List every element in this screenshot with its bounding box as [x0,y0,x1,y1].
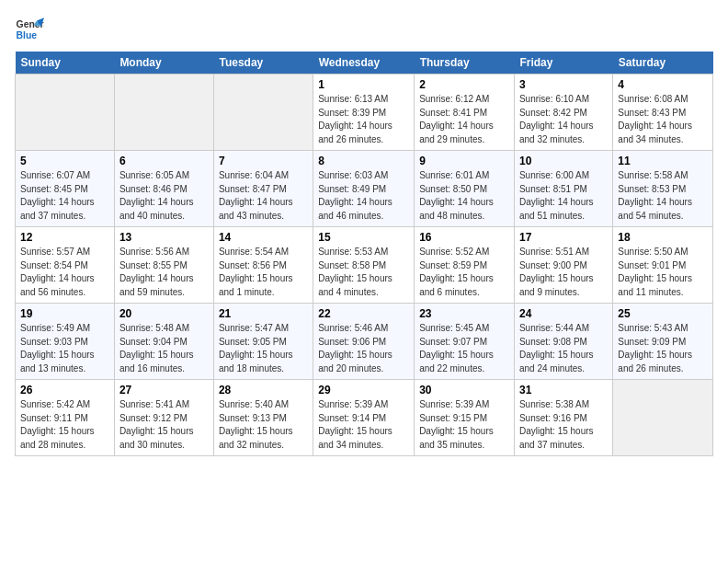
day-info: Sunrise: 5:47 AMSunset: 9:05 PMDaylight:… [219,322,308,375]
day-info: Sunrise: 5:54 AMSunset: 8:56 PMDaylight:… [219,246,308,299]
day-info: Sunrise: 5:58 AMSunset: 8:53 PMDaylight:… [618,169,708,223]
calendar-cell [213,75,313,151]
calendar-cell: 19Sunrise: 5:49 AMSunset: 9:03 PMDayligh… [16,304,115,380]
calendar-cell: 27Sunrise: 5:41 AMSunset: 9:12 PMDayligh… [114,380,213,456]
logo-icon: General Blue [15,15,44,44]
calendar-cell: 29Sunrise: 5:39 AMSunset: 9:14 PMDayligh… [313,380,415,456]
day-number: 14 [219,231,308,244]
day-number: 6 [119,155,209,167]
calendar-cell: 2Sunrise: 6:12 AMSunset: 8:41 PMDaylight… [415,75,515,151]
day-number: 29 [318,384,409,396]
day-info: Sunrise: 5:50 AMSunset: 9:01 PMDaylight:… [618,246,708,299]
day-number: 1 [318,78,409,91]
weekday-header-saturday: Saturday [613,52,713,75]
weekday-header-friday: Friday [514,52,612,75]
calendar-week-2: 5Sunrise: 6:07 AMSunset: 8:45 PMDaylight… [16,151,713,227]
calendar-cell: 14Sunrise: 5:54 AMSunset: 8:56 PMDayligh… [213,227,313,304]
day-number: 11 [618,155,708,167]
svg-text:Blue: Blue [17,30,38,40]
day-info: Sunrise: 6:08 AMSunset: 8:43 PMDaylight:… [618,93,708,146]
calendar-cell: 4Sunrise: 6:08 AMSunset: 8:43 PMDaylight… [613,75,713,151]
day-number: 27 [119,384,209,396]
calendar-cell: 3Sunrise: 6:10 AMSunset: 8:42 PMDaylight… [514,75,612,151]
day-number: 2 [419,78,509,91]
weekday-header-wednesday: Wednesday [313,52,415,75]
calendar-cell: 6Sunrise: 6:05 AMSunset: 8:46 PMDaylight… [114,151,213,227]
calendar-cell: 10Sunrise: 6:00 AMSunset: 8:51 PMDayligh… [514,151,612,227]
day-number: 19 [20,307,109,320]
calendar-cell: 7Sunrise: 6:04 AMSunset: 8:47 PMDaylight… [213,151,313,227]
day-number: 10 [519,155,608,167]
calendar-cell: 20Sunrise: 5:48 AMSunset: 9:04 PMDayligh… [114,304,213,380]
calendar-cell: 17Sunrise: 5:51 AMSunset: 9:00 PMDayligh… [514,227,612,304]
calendar-cell: 18Sunrise: 5:50 AMSunset: 9:01 PMDayligh… [613,227,713,304]
calendar-week-1: 1Sunrise: 6:13 AMSunset: 8:39 PMDaylight… [16,75,713,151]
day-info: Sunrise: 5:41 AMSunset: 9:12 PMDaylight:… [119,398,209,452]
day-number: 24 [519,307,608,320]
calendar-cell: 8Sunrise: 6:03 AMSunset: 8:49 PMDaylight… [313,151,415,227]
day-info: Sunrise: 5:57 AMSunset: 8:54 PMDaylight:… [20,246,109,299]
calendar-week-4: 19Sunrise: 5:49 AMSunset: 9:03 PMDayligh… [16,304,713,380]
day-info: Sunrise: 5:56 AMSunset: 8:55 PMDaylight:… [119,246,209,299]
calendar-cell: 12Sunrise: 5:57 AMSunset: 8:54 PMDayligh… [16,227,115,304]
weekday-header-tuesday: Tuesday [213,52,313,75]
day-info: Sunrise: 6:07 AMSunset: 8:45 PMDaylight:… [20,169,109,223]
calendar-cell: 21Sunrise: 5:47 AMSunset: 9:05 PMDayligh… [213,304,313,380]
day-info: Sunrise: 5:38 AMSunset: 9:16 PMDaylight:… [519,398,608,452]
day-number: 17 [519,231,608,244]
day-info: Sunrise: 6:12 AMSunset: 8:41 PMDaylight:… [419,93,509,146]
day-number: 21 [219,307,308,320]
calendar-cell: 28Sunrise: 5:40 AMSunset: 9:13 PMDayligh… [213,380,313,456]
calendar-cell: 26Sunrise: 5:42 AMSunset: 9:11 PMDayligh… [16,380,115,456]
calendar-cell: 13Sunrise: 5:56 AMSunset: 8:55 PMDayligh… [114,227,213,304]
day-info: Sunrise: 5:39 AMSunset: 9:15 PMDaylight:… [419,398,509,452]
page-header: General Blue [15,15,713,44]
calendar-cell: 15Sunrise: 5:53 AMSunset: 8:58 PMDayligh… [313,227,415,304]
day-number: 31 [519,384,608,396]
day-number: 20 [119,307,209,320]
calendar-cell: 22Sunrise: 5:46 AMSunset: 9:06 PMDayligh… [313,304,415,380]
weekday-header-thursday: Thursday [415,52,515,75]
day-number: 12 [20,231,109,244]
day-info: Sunrise: 6:00 AMSunset: 8:51 PMDaylight:… [519,169,608,223]
calendar-cell [114,75,213,151]
calendar-cell: 1Sunrise: 6:13 AMSunset: 8:39 PMDaylight… [313,75,415,151]
day-info: Sunrise: 6:10 AMSunset: 8:42 PMDaylight:… [519,93,608,146]
day-number: 4 [618,78,708,91]
day-info: Sunrise: 5:46 AMSunset: 9:06 PMDaylight:… [318,322,409,375]
calendar-cell: 5Sunrise: 6:07 AMSunset: 8:45 PMDaylight… [16,151,115,227]
day-info: Sunrise: 6:03 AMSunset: 8:49 PMDaylight:… [318,169,409,223]
calendar-cell: 24Sunrise: 5:44 AMSunset: 9:08 PMDayligh… [514,304,612,380]
calendar-week-5: 26Sunrise: 5:42 AMSunset: 9:11 PMDayligh… [16,380,713,456]
day-info: Sunrise: 5:45 AMSunset: 9:07 PMDaylight:… [419,322,509,375]
day-number: 9 [419,155,509,167]
calendar-cell: 30Sunrise: 5:39 AMSunset: 9:15 PMDayligh… [415,380,515,456]
day-info: Sunrise: 5:52 AMSunset: 8:59 PMDaylight:… [419,246,509,299]
day-info: Sunrise: 5:43 AMSunset: 9:09 PMDaylight:… [618,322,708,375]
day-info: Sunrise: 6:05 AMSunset: 8:46 PMDaylight:… [119,169,209,223]
day-number: 18 [618,231,708,244]
logo: General Blue [15,15,40,44]
day-number: 7 [219,155,308,167]
day-number: 15 [318,231,409,244]
day-number: 25 [618,307,708,320]
calendar-cell [16,75,115,151]
calendar-cell: 11Sunrise: 5:58 AMSunset: 8:53 PMDayligh… [613,151,713,227]
day-number: 8 [318,155,409,167]
day-info: Sunrise: 5:53 AMSunset: 8:58 PMDaylight:… [318,246,409,299]
calendar-table: SundayMondayTuesdayWednesdayThursdayFrid… [15,52,713,456]
day-number: 22 [318,307,409,320]
day-info: Sunrise: 6:04 AMSunset: 8:47 PMDaylight:… [219,169,308,223]
day-number: 13 [119,231,209,244]
calendar-cell: 25Sunrise: 5:43 AMSunset: 9:09 PMDayligh… [613,304,713,380]
weekday-header-monday: Monday [114,52,213,75]
day-info: Sunrise: 5:49 AMSunset: 9:03 PMDaylight:… [20,322,109,375]
day-info: Sunrise: 5:48 AMSunset: 9:04 PMDaylight:… [119,322,209,375]
calendar-week-3: 12Sunrise: 5:57 AMSunset: 8:54 PMDayligh… [16,227,713,304]
weekday-header-sunday: Sunday [16,52,115,75]
calendar-cell: 9Sunrise: 6:01 AMSunset: 8:50 PMDaylight… [415,151,515,227]
calendar-cell [613,380,713,456]
day-info: Sunrise: 5:40 AMSunset: 9:13 PMDaylight:… [219,398,308,452]
calendar-cell: 31Sunrise: 5:38 AMSunset: 9:16 PMDayligh… [514,380,612,456]
day-info: Sunrise: 5:51 AMSunset: 9:00 PMDaylight:… [519,246,608,299]
